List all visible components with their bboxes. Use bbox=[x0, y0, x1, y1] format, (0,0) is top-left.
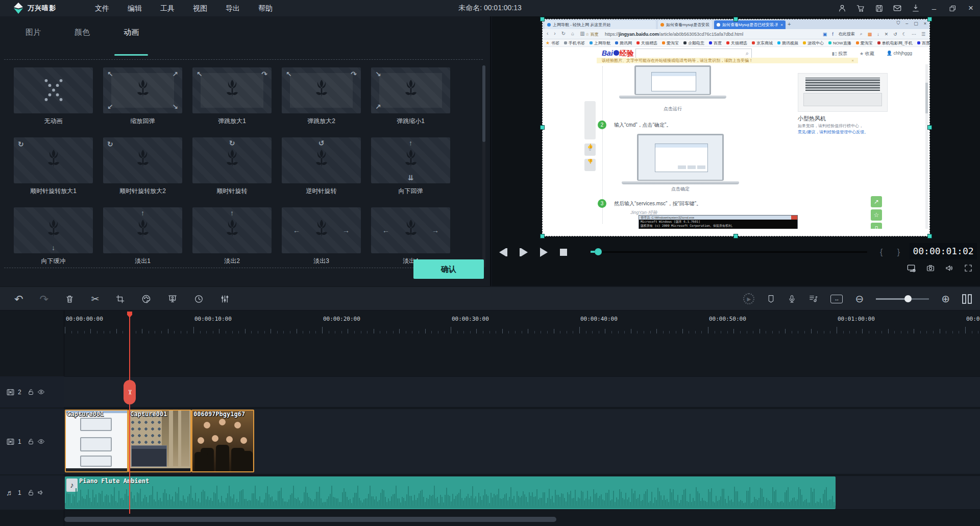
menu-help[interactable]: 帮助 bbox=[249, 0, 282, 16]
animation-item[interactable]: 无动画 bbox=[14, 67, 93, 126]
animation-item[interactable]: ↑⇊向下回弹 bbox=[371, 137, 450, 196]
track-visibility-icon[interactable] bbox=[37, 388, 45, 396]
track-visibility-icon[interactable] bbox=[37, 438, 45, 445]
close-button[interactable]: × bbox=[962, 0, 980, 16]
animation-item[interactable]: ↻顺时针旋转放大2 bbox=[103, 137, 182, 196]
animation-item[interactable]: ←→淡出4 bbox=[371, 207, 450, 266]
bookmark-item: 手机书签 bbox=[564, 40, 585, 46]
confirm-button[interactable]: 确认 bbox=[413, 259, 484, 279]
browser-newtab-icon: + bbox=[788, 21, 791, 27]
save-icon[interactable] bbox=[870, 0, 888, 16]
video-track-2-lane[interactable] bbox=[64, 376, 980, 408]
download-icon[interactable] bbox=[906, 0, 925, 16]
animation-item[interactable]: ↘↗弹跳缩小1 bbox=[371, 67, 450, 126]
undo-button[interactable]: ↶ bbox=[14, 294, 23, 304]
preview-video-frame[interactable]: 上网导航 - 轻快上网 从这里开始如何查看mysql是否安装 - 搜狗搜索如何查… bbox=[543, 19, 929, 236]
crop-button[interactable] bbox=[115, 294, 125, 304]
seek-playhead[interactable] bbox=[595, 248, 602, 255]
menu-view[interactable]: 视图 bbox=[184, 0, 216, 16]
audio-clip[interactable]: ♪ Piano Flute Ambient bbox=[65, 476, 836, 509]
animation-item[interactable]: ↑淡出1 bbox=[103, 207, 182, 266]
store-cart-icon[interactable] bbox=[851, 0, 870, 16]
ruler-timestamp: 00:00:40:00 bbox=[580, 316, 618, 322]
animation-name: 淡出1 bbox=[103, 257, 182, 266]
playhead-scissors-handle[interactable]: ✂ bbox=[124, 380, 136, 404]
marker-button[interactable] bbox=[767, 294, 775, 303]
video-track-icon bbox=[6, 438, 15, 446]
stop-button[interactable] bbox=[560, 249, 567, 256]
animation-item[interactable]: ↖↗↙↘缩放回弹 bbox=[103, 67, 182, 126]
snapshot-camera-icon[interactable] bbox=[926, 264, 935, 273]
selection-handle-tc[interactable] bbox=[733, 17, 738, 21]
color-palette-button[interactable] bbox=[141, 294, 151, 304]
animation-item[interactable]: ↻顺时针旋转放大1 bbox=[14, 137, 93, 196]
timeline-zoom-slider[interactable] bbox=[876, 298, 929, 300]
minimize-button[interactable]: – bbox=[925, 0, 943, 16]
animation-item[interactable]: ↖↷弹跳放大1 bbox=[192, 67, 272, 126]
selection-handle-bl[interactable] bbox=[540, 234, 545, 238]
timeline-section: ↶ ↷ ✂ ▶ ↔ ⊖ ⊕ 00:00:00:0000:00:10:0000:0… bbox=[0, 286, 980, 526]
animation-item[interactable]: ↓向下缓冲 bbox=[14, 207, 93, 266]
volume-icon[interactable] bbox=[945, 264, 954, 273]
timeline-clip-2[interactable]: Capture001 bbox=[128, 410, 191, 472]
timeline-clip-3[interactable]: 006097Pbgy1g67 bbox=[191, 410, 254, 472]
record-voiceover-button[interactable] bbox=[788, 294, 796, 304]
delete-button[interactable] bbox=[65, 294, 75, 304]
menu-tools[interactable]: 工具 bbox=[151, 0, 184, 16]
animation-item[interactable]: ↑淡出2 bbox=[192, 207, 272, 266]
timeline-scrollbar[interactable] bbox=[64, 517, 980, 522]
animation-item[interactable]: ↻顺时针旋转 bbox=[192, 137, 272, 196]
previous-frame-button[interactable] bbox=[499, 248, 507, 256]
panel-scrollbar[interactable] bbox=[482, 65, 485, 268]
fullscreen-icon[interactable] bbox=[964, 264, 973, 273]
selection-handle-tl[interactable] bbox=[540, 17, 545, 21]
next-frame-button[interactable] bbox=[520, 248, 528, 256]
tab-animation[interactable]: 动画 bbox=[118, 16, 144, 48]
tab-picture[interactable]: 图片 bbox=[20, 16, 46, 48]
zoom-out-button[interactable]: ⊖ bbox=[855, 294, 864, 304]
share-icon: ↗ bbox=[871, 196, 882, 207]
menu-edit[interactable]: 编辑 bbox=[118, 0, 151, 16]
zoom-slider-knob[interactable] bbox=[904, 295, 912, 302]
split-scissors-button[interactable]: ✂ bbox=[91, 294, 99, 304]
track-lock-icon[interactable] bbox=[27, 489, 35, 496]
zoom-in-button[interactable]: ⊕ bbox=[941, 294, 950, 304]
speed-duration-button[interactable] bbox=[194, 294, 204, 304]
display-settings-icon[interactable] bbox=[906, 264, 916, 273]
mail-icon[interactable] bbox=[888, 0, 906, 16]
bookmark-item: 百度 bbox=[709, 40, 722, 46]
timeline-clip-1[interactable]: Capture001 bbox=[65, 410, 128, 472]
render-preview-button[interactable]: ▶ bbox=[743, 293, 754, 304]
animation-item[interactable]: ←→淡出3 bbox=[282, 207, 361, 266]
play-button[interactable] bbox=[540, 248, 548, 257]
animation-item[interactable]: ↖↷弹跳放大2 bbox=[282, 67, 361, 126]
fit-timeline-button[interactable]: ↔ bbox=[830, 295, 843, 303]
selection-handle-ml[interactable] bbox=[540, 125, 545, 130]
selection-handle-bc[interactable] bbox=[733, 234, 738, 238]
mark-in-out-buttons[interactable]: { } bbox=[880, 244, 906, 260]
restore-button[interactable] bbox=[943, 0, 962, 16]
adjust-parameters-button[interactable] bbox=[220, 294, 230, 304]
track-lock-icon[interactable] bbox=[27, 438, 35, 445]
seek-bar[interactable] bbox=[592, 251, 867, 253]
video-track-icon bbox=[6, 388, 15, 396]
audio-waveform bbox=[65, 485, 836, 506]
track-mute-icon[interactable] bbox=[37, 489, 45, 496]
account-icon[interactable] bbox=[833, 0, 851, 16]
menu-file[interactable]: 文件 bbox=[86, 0, 118, 16]
tab-color[interactable]: 颜色 bbox=[69, 16, 95, 48]
selection-handle-mr[interactable] bbox=[927, 125, 932, 130]
audio-mixer-button[interactable] bbox=[808, 294, 818, 303]
green-screen-button[interactable] bbox=[167, 294, 178, 304]
selection-handle-tr[interactable] bbox=[927, 17, 932, 21]
timeline-playhead[interactable] bbox=[129, 312, 130, 514]
animation-name: 淡出2 bbox=[192, 257, 272, 266]
redo-button[interactable]: ↷ bbox=[40, 294, 49, 304]
menu-export[interactable]: 导出 bbox=[216, 0, 249, 16]
timeline-ruler[interactable]: 00:00:00:0000:00:10:0000:00:20:0000:00:3… bbox=[64, 312, 980, 334]
selection-handle-br[interactable] bbox=[927, 234, 932, 238]
timeline-scrollbar-thumb[interactable] bbox=[64, 517, 556, 522]
track-view-toggle[interactable] bbox=[962, 294, 972, 304]
animation-item[interactable]: ↺逆时针旋转 bbox=[282, 137, 361, 196]
track-lock-icon[interactable] bbox=[27, 388, 35, 396]
